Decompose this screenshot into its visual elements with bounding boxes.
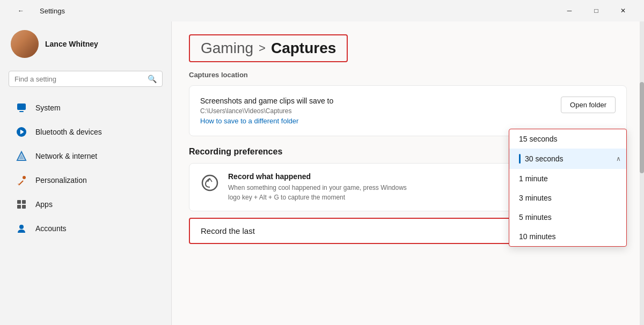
network-icon: [15, 150, 28, 162]
sidebar-item-system[interactable]: System: [4, 96, 167, 120]
breadcrumb-captures: Captures: [271, 40, 336, 57]
system-icon: [15, 101, 28, 114]
selected-indicator: [519, 154, 521, 164]
personalization-icon: [15, 174, 28, 187]
search-input[interactable]: [14, 75, 143, 83]
svg-rect-10: [17, 205, 21, 209]
dropdown-item-5m[interactable]: 5 minutes: [509, 208, 626, 227]
sidebar-item-label-accounts: Accounts: [35, 224, 67, 233]
card-link[interactable]: How to save to a different folder: [200, 117, 333, 125]
search-box[interactable]: 🔍: [9, 71, 163, 87]
user-name: Lance Whitney: [45, 40, 98, 48]
breadcrumb: Gaming > Captures: [189, 34, 348, 62]
avatar-image: [11, 30, 39, 58]
sidebar-item-label-network: Network & internet: [35, 152, 97, 160]
main-content: Gaming > Captures Captures location Scre…: [172, 21, 644, 325]
search-icon: 🔍: [148, 75, 157, 83]
open-folder-button[interactable]: Open folder: [561, 97, 616, 113]
svg-marker-6: [18, 183, 19, 184]
section-title-captures: Captures location: [189, 71, 627, 79]
svg-rect-1: [19, 111, 24, 112]
svg-point-12: [19, 225, 24, 229]
nav-list: System Bluetooth & devices Network & int…: [0, 95, 171, 325]
page-header: Gaming > Captures: [172, 21, 644, 71]
settings-title: Settings: [40, 7, 65, 15]
sidebar-item-accounts[interactable]: Accounts: [4, 217, 167, 240]
svg-point-13: [202, 175, 217, 190]
app-body: Lance Whitney 🔍 System Bluetooth & devic…: [0, 21, 644, 325]
window-controls: ─ □ ✕: [557, 2, 635, 19]
svg-rect-8: [17, 200, 21, 204]
scrollbar-thumb[interactable]: [640, 82, 644, 173]
bluetooth-icon: [15, 125, 28, 138]
accounts-icon: [15, 222, 28, 235]
scrollbar-track[interactable]: [640, 21, 644, 325]
maximize-button[interactable]: □: [584, 2, 609, 19]
card-label: Screenshots and game clips will save to: [200, 97, 333, 105]
record-what-happened-desc: When something cool happened in your gam…: [228, 183, 411, 202]
record-last-label: Record the last: [201, 226, 255, 235]
sidebar-item-personalization[interactable]: Personalization: [4, 168, 167, 192]
dropdown-item-10m[interactable]: 10 minutes: [509, 227, 626, 246]
card-row: Screenshots and game clips will save to …: [200, 97, 616, 125]
record-what-happened-label: Record what happened: [228, 172, 411, 181]
dropdown-item-30s[interactable]: 30 seconds ∧: [509, 149, 626, 169]
record-icon: [200, 173, 219, 193]
sidebar-item-apps[interactable]: Apps: [4, 193, 167, 216]
title-bar: ← Settings ─ □ ✕: [0, 0, 644, 21]
sidebar-item-label-personalization: Personalization: [35, 176, 87, 184]
dropdown-item-3m[interactable]: 3 minutes: [509, 188, 626, 208]
svg-rect-11: [22, 205, 26, 209]
card-path: C:\Users\lance\Videos\Captures: [200, 107, 333, 115]
close-button[interactable]: ✕: [611, 2, 635, 19]
card-text-group: Screenshots and game clips will save to …: [200, 97, 333, 125]
breadcrumb-chevron-icon: >: [259, 41, 266, 55]
dropdown-item-15s[interactable]: 15 seconds: [509, 129, 626, 149]
sidebar-item-label-system: System: [35, 104, 61, 112]
dropdown-item-1m[interactable]: 1 minute: [509, 169, 626, 188]
sidebar-item-label-bluetooth: Bluetooth & devices: [35, 128, 102, 136]
back-button[interactable]: ←: [9, 2, 33, 19]
sidebar: Lance Whitney 🔍 System Bluetooth & devic…: [0, 21, 172, 325]
chevron-up-icon: ∧: [616, 155, 621, 162]
sidebar-item-label-apps: Apps: [35, 200, 53, 209]
sidebar-item-network[interactable]: Network & internet: [4, 144, 167, 168]
sidebar-item-bluetooth[interactable]: Bluetooth & devices: [4, 120, 167, 144]
dropdown-label-30s: 30 seconds: [525, 154, 564, 163]
record-text: Record what happened When something cool…: [228, 172, 411, 202]
user-section: Lance Whitney: [0, 21, 171, 67]
minimize-button[interactable]: ─: [557, 2, 582, 19]
svg-rect-9: [22, 200, 26, 204]
svg-point-7: [23, 176, 26, 179]
avatar: [11, 30, 39, 58]
svg-rect-0: [17, 104, 26, 110]
time-dropdown[interactable]: 15 seconds 30 seconds ∧ 1 minute 3 minut…: [509, 129, 627, 247]
title-bar-left: ← Settings: [9, 2, 65, 19]
breadcrumb-gaming: Gaming: [201, 40, 253, 57]
svg-rect-5: [18, 180, 24, 186]
apps-icon: [15, 198, 28, 211]
